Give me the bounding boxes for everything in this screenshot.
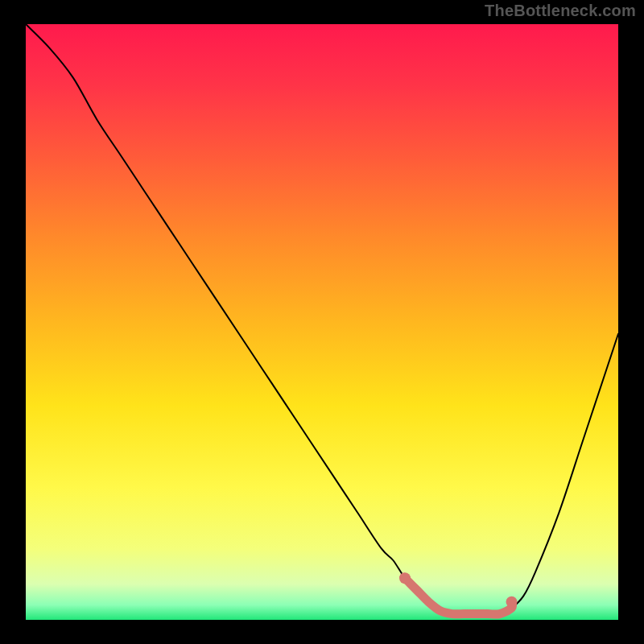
plot-area xyxy=(26,24,618,620)
bottleneck-curve xyxy=(26,24,618,614)
optimal-band-dot-right xyxy=(506,597,518,608)
chart-svg xyxy=(26,24,618,620)
watermark-text: TheBottleneck.com xyxy=(485,2,636,20)
chart-frame: TheBottleneck.com xyxy=(0,0,644,644)
optimal-band xyxy=(404,577,513,614)
optimal-band-dot-left xyxy=(399,572,411,584)
